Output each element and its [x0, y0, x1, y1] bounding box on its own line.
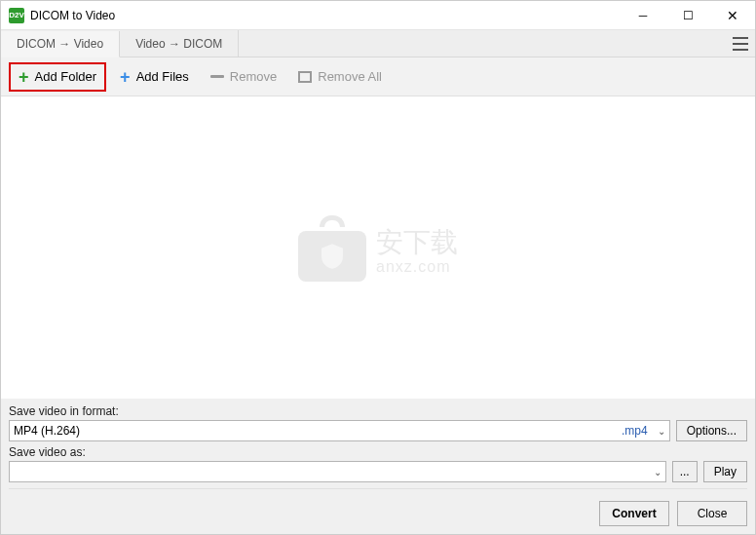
- toolbar: + Add Folder + Add Files Remove Remove A…: [1, 57, 755, 96]
- remove-all-button[interactable]: Remove All: [290, 65, 390, 88]
- svg-rect-2: [733, 49, 748, 51]
- file-list-area: 安下载 anxz.com: [1, 96, 755, 407]
- plus-icon: +: [120, 68, 131, 86]
- convert-button[interactable]: Convert: [599, 501, 669, 526]
- svg-rect-0: [733, 37, 748, 39]
- close-app-button[interactable]: Close: [677, 501, 747, 526]
- options-button[interactable]: Options...: [676, 420, 747, 441]
- window-title: DICOM to Video: [30, 9, 621, 22]
- format-select[interactable]: MP4 (H.264) .mp4 ⌄: [9, 420, 670, 441]
- add-folder-button[interactable]: + Add Folder: [9, 62, 106, 92]
- plus-icon: +: [19, 68, 29, 86]
- maximize-button[interactable]: ☐: [665, 1, 710, 29]
- close-button[interactable]: ✕: [710, 1, 755, 29]
- app-icon: D2V: [9, 8, 24, 23]
- window-controls: ─ ☐ ✕: [621, 1, 755, 29]
- minus-icon: [210, 75, 224, 78]
- browse-button[interactable]: ...: [672, 461, 698, 482]
- chevron-down-icon: ⌄: [658, 426, 665, 437]
- format-value: MP4 (H.264): [14, 424, 80, 438]
- add-files-button[interactable]: + Add Files: [112, 64, 197, 90]
- watermark-logo: [298, 223, 366, 282]
- chevron-down-icon: ⌄: [654, 467, 662, 478]
- hamburger-icon: [733, 37, 748, 51]
- watermark-cn: 安下载: [376, 228, 458, 258]
- format-label: Save video in format:: [9, 404, 747, 418]
- saveas-input[interactable]: ⌄: [9, 461, 666, 482]
- titlebar: D2V DICOM to Video ─ ☐ ✕: [1, 1, 755, 30]
- saveas-label: Save video as:: [9, 445, 747, 459]
- shield-icon: [321, 244, 343, 269]
- svg-rect-1: [733, 43, 748, 45]
- bottom-panel: Save video in format: MP4 (H.264) .mp4 ⌄…: [1, 399, 755, 534]
- tab-video-to-dicom[interactable]: Video → DICOM: [120, 30, 239, 57]
- tabbar: DICOM → Video Video → DICOM: [1, 30, 755, 57]
- removeall-icon: [298, 71, 312, 83]
- remove-label: Remove: [230, 69, 277, 84]
- play-button[interactable]: Play: [703, 461, 747, 482]
- watermark-en: anxz.com: [376, 258, 458, 276]
- tab-dicom-to-video[interactable]: DICOM → Video: [1, 31, 120, 57]
- remove-all-label: Remove All: [318, 69, 382, 84]
- add-folder-label: Add Folder: [35, 69, 97, 84]
- add-files-label: Add Files: [136, 69, 189, 84]
- footer-buttons: Convert Close: [9, 488, 747, 526]
- watermark: 安下载 anxz.com: [298, 223, 458, 282]
- menu-button[interactable]: [726, 30, 755, 57]
- remove-button[interactable]: Remove: [203, 65, 284, 88]
- minimize-button[interactable]: ─: [621, 1, 665, 29]
